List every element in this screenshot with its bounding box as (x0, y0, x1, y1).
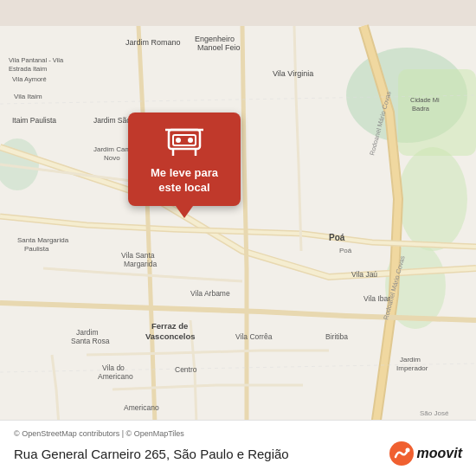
svg-text:Cidade Mi: Cidade Mi (410, 96, 440, 104)
svg-text:Jardim: Jardim (400, 356, 421, 363)
svg-text:Vila Corrêa: Vila Corrêa (235, 332, 273, 341)
moovit-icon (389, 441, 414, 466)
svg-text:Margarida: Margarida (124, 260, 158, 268)
svg-text:Paulista: Paulista (24, 245, 49, 253)
svg-text:Santa Margarida: Santa Margarida (17, 236, 69, 244)
svg-text:Biritiba: Biritiba (325, 332, 348, 341)
svg-text:Imperador: Imperador (396, 364, 428, 372)
svg-text:Poá: Poá (329, 233, 345, 242)
svg-text:São José: São José (420, 409, 449, 417)
moovit-brand-text: moovit (417, 446, 462, 461)
svg-text:Estrada Itaim: Estrada Itaim (9, 65, 47, 73)
svg-text:Santa Rosa: Santa Rosa (71, 337, 110, 345)
svg-rect-4 (398, 69, 476, 156)
moovit-logo: moovit (389, 441, 462, 466)
svg-text:Americano: Americano (98, 372, 133, 381)
svg-text:Vila Santa: Vila Santa (121, 251, 155, 260)
svg-text:Jardim: Jardim (76, 328, 99, 337)
bottom-bar: © OpenStreetMap contributors | © OpenMap… (0, 420, 476, 476)
svg-point-52 (405, 448, 409, 453)
svg-text:Vila Jaú: Vila Jaú (351, 270, 377, 279)
svg-point-49 (176, 138, 181, 143)
map-container: Jardim Romano Engenheiro Manoel Feio Vil… (0, 0, 476, 476)
address-text: Rua General Carneiro 265, São Paulo e Re… (14, 447, 289, 461)
location-popup[interactable]: Me leve para este local (128, 113, 241, 218)
svg-text:Vila Virginia: Vila Virginia (273, 69, 313, 78)
svg-text:Vila do: Vila do (102, 363, 125, 372)
svg-text:Manoel Feio: Manoel Feio (197, 43, 241, 52)
svg-point-2 (398, 147, 467, 251)
map-attribution: © OpenStreetMap contributors | © OpenMap… (14, 429, 462, 438)
svg-text:Ferraz de: Ferraz de (151, 321, 188, 331)
svg-text:Vila Itaim: Vila Itaim (14, 93, 42, 100)
svg-text:Poá: Poá (339, 247, 352, 254)
svg-text:Americano: Americano (124, 403, 159, 412)
svg-text:Itaim Paulista: Itaim Paulista (12, 116, 56, 125)
bus-stop-icon (142, 125, 227, 159)
svg-text:Novo: Novo (104, 154, 120, 162)
svg-text:Badra: Badra (412, 105, 430, 113)
address-row: Rua General Carneiro 265, São Paulo e Re… (14, 441, 462, 466)
popup-box[interactable]: Me leve para este local (128, 113, 241, 206)
map-background: Jardim Romano Engenheiro Manoel Feio Vil… (0, 0, 476, 476)
popup-label: Me leve para este local (142, 166, 227, 196)
svg-text:Vila Arbame: Vila Arbame (190, 289, 230, 298)
svg-text:Centro: Centro (175, 365, 197, 374)
svg-text:Jardim Romano: Jardim Romano (125, 38, 181, 47)
popup-tail (176, 206, 193, 218)
svg-point-50 (188, 138, 193, 143)
svg-text:Vasconcelos: Vasconcelos (145, 331, 196, 341)
svg-text:Vila Pantanal - Vila: Vila Pantanal - Vila (9, 56, 64, 64)
svg-text:Engenheiro: Engenheiro (195, 35, 235, 43)
svg-text:Vila Aymoré: Vila Aymoré (12, 75, 47, 83)
svg-text:Vila Ibar: Vila Ibar (363, 294, 390, 303)
